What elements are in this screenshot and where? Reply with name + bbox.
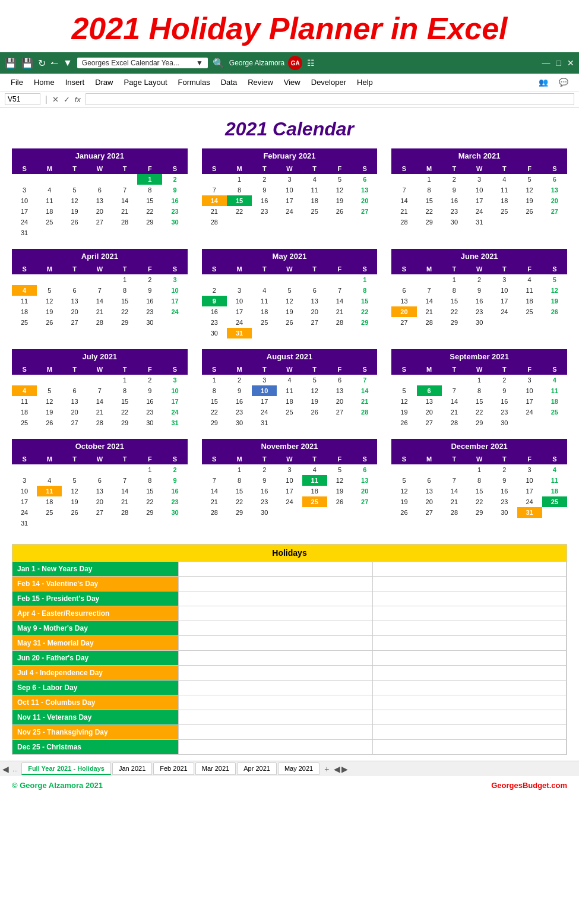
menu-formulas[interactable]: Formulas <box>173 76 215 88</box>
month-header-3: April 2021 <box>12 249 188 264</box>
holiday-cell-2-5 <box>373 636 567 651</box>
month-header-9: October 2021 <box>12 439 188 454</box>
month-header-1: February 2021 <box>202 148 378 163</box>
tab-1[interactable]: Jan 2021 <box>112 762 152 775</box>
redo-icon[interactable]: ↼ <box>50 58 58 69</box>
avatar: GA <box>288 56 302 70</box>
tab-4[interactable]: Apr 2021 <box>237 762 277 775</box>
formula-separator: | <box>45 94 48 104</box>
holiday-cell-2-3 <box>373 606 567 621</box>
holiday-cell-1-9 <box>179 695 373 710</box>
month-block-4: May 2021SMTWTFS1234567891011121314151617… <box>202 249 378 338</box>
tab-nav-left[interactable]: ◀ <box>334 764 340 774</box>
comment-icon[interactable]: 💬 <box>554 76 573 88</box>
month-block-11: December 2021SMTWTFS12345678910111213141… <box>391 439 567 529</box>
menu-draw[interactable]: Draw <box>90 76 118 88</box>
tab-nav-right[interactable]: ▶ <box>341 764 348 774</box>
holiday-cell-2-12 <box>373 740 567 755</box>
footer-copyright: © George Alzamora 2021 <box>12 781 103 790</box>
grid-icon[interactable]: ☷ <box>307 58 315 68</box>
holiday-cell-1-4 <box>179 621 373 636</box>
month-header-4: May 2021 <box>202 249 378 264</box>
holiday-label-1: Feb 14 - Valentine's Day <box>12 577 179 591</box>
month-block-5: June 2021SMTWTFS123456789101112131415161… <box>391 249 567 338</box>
holidays-header: Holidays <box>12 544 567 562</box>
holiday-cell-1-3 <box>179 606 373 621</box>
menu-insert[interactable]: Insert <box>61 76 90 88</box>
holiday-label-4: May 9 - Mother's Day <box>12 621 179 636</box>
month-header-5: June 2021 <box>391 249 567 264</box>
search-icon[interactable]: 🔍 <box>213 58 224 69</box>
month-block-9: October 2021SMTWTFS123456789101112131415… <box>12 439 188 529</box>
months-grid: January 2021SMTWTFS123456789101112131415… <box>12 148 567 529</box>
formula-bar: | ✕ ✓ fx <box>0 91 579 107</box>
check-icon[interactable]: ✓ <box>64 95 70 104</box>
menu-file[interactable]: File <box>6 76 28 88</box>
menu-developer[interactable]: Developer <box>306 76 351 88</box>
undo-icon[interactable]: ↻ <box>38 58 46 69</box>
menu-bar: File Home Insert Draw Page Layout Formul… <box>0 74 579 91</box>
calendar-section: 2021 Calendar January 2021SMTWTFS1234567… <box>0 107 579 538</box>
user-info: George Alzamora GA <box>229 56 302 70</box>
minimize-icon[interactable]: — <box>542 58 550 68</box>
tab-prev-icon[interactable]: ◀ <box>2 764 9 774</box>
tab-3[interactable]: Mar 2021 <box>195 762 236 775</box>
month-block-8: September 2021SMTWTFS1234567891011121314… <box>391 349 567 428</box>
holiday-label-2: Feb 15 - President's Day <box>12 591 179 606</box>
menu-home[interactable]: Home <box>29 76 59 88</box>
holiday-cell-1-6 <box>179 651 373 666</box>
month-block-6: July 2021SMTWTFS123456789101112131415161… <box>12 349 188 428</box>
holiday-cell-2-4 <box>373 621 567 636</box>
month-header-2: March 2021 <box>391 148 567 163</box>
menu-data[interactable]: Data <box>216 76 242 88</box>
holiday-cell-2-10 <box>373 710 567 725</box>
tabs-container: Full Year 2021 - HolidaysJan 2021Feb 202… <box>21 762 319 775</box>
holiday-cell-1-12 <box>179 740 373 755</box>
dropdown-icon[interactable]: ▼ <box>63 58 72 68</box>
menu-review[interactable]: Review <box>243 76 278 88</box>
month-block-2: March 2021SMTWTFS12345678910111213141516… <box>391 148 567 238</box>
holiday-cell-2-7 <box>373 666 567 681</box>
tab-2[interactable]: Feb 2021 <box>153 762 194 775</box>
holiday-cell-1-2 <box>179 591 373 606</box>
holiday-cell-1-7 <box>179 666 373 681</box>
fx-label: fx <box>75 95 81 104</box>
holiday-label-3: Apr 4 - Easter/Resurrection <box>12 606 179 621</box>
holiday-label-12: Dec 25 - Christmas <box>12 740 179 755</box>
close-icon[interactable]: ✕ <box>567 58 574 68</box>
holiday-cell-1-10 <box>179 710 373 725</box>
tab-5[interactable]: May 2021 <box>278 762 319 775</box>
save2-icon[interactable]: 💾 <box>21 58 33 69</box>
menu-page-layout[interactable]: Page Layout <box>119 76 172 88</box>
holiday-cell-1-11 <box>179 725 373 740</box>
workbook-title[interactable]: Georges Excel Calendar Yea... ▼ <box>77 58 208 68</box>
holiday-label-6: Jun 20 - Father's Day <box>12 651 179 666</box>
month-header-11: December 2021 <box>391 439 567 454</box>
footer: © George Alzamora 2021 GeorgesBudget.com <box>0 776 579 795</box>
holidays-grid: Jan 1 - New Years DayFeb 14 - Valentine'… <box>12 562 567 755</box>
share-icon[interactable]: 👥 <box>534 76 553 88</box>
holidays-section: Holidays Jan 1 - New Years DayFeb 14 - V… <box>12 544 567 755</box>
holiday-label-0: Jan 1 - New Years Day <box>12 562 179 577</box>
formula-input[interactable] <box>86 93 574 105</box>
holiday-label-7: Jul 4 - Independence Day <box>12 666 179 681</box>
holiday-label-8: Sep 6 - Labor Day <box>12 681 179 695</box>
tab-0[interactable]: Full Year 2021 - Holidays <box>21 762 111 775</box>
cell-reference[interactable] <box>5 93 40 105</box>
month-header-6: July 2021 <box>12 349 188 364</box>
times-icon[interactable]: ✕ <box>52 95 59 104</box>
menu-help[interactable]: Help <box>352 76 378 88</box>
tab-dots[interactable]: ... <box>10 765 20 773</box>
maximize-icon[interactable]: □ <box>556 58 561 68</box>
window-controls[interactable]: — □ ✕ <box>542 58 574 68</box>
month-header-0: January 2021 <box>12 148 188 163</box>
add-sheet-icon[interactable]: + <box>321 764 333 774</box>
month-block-7: August 2021SMTWTFS1234567891011121314151… <box>202 349 378 428</box>
holiday-label-10: Nov 11 - Veterans Day <box>12 710 179 725</box>
month-header-8: September 2021 <box>391 349 567 364</box>
holiday-label-5: May 31 - Memorial Day <box>12 636 179 651</box>
footer-website: GeorgesBudget.com <box>491 781 567 790</box>
holiday-cell-1-8 <box>179 681 373 695</box>
save-icon[interactable]: 💾 <box>5 58 17 69</box>
menu-view[interactable]: View <box>279 76 305 88</box>
